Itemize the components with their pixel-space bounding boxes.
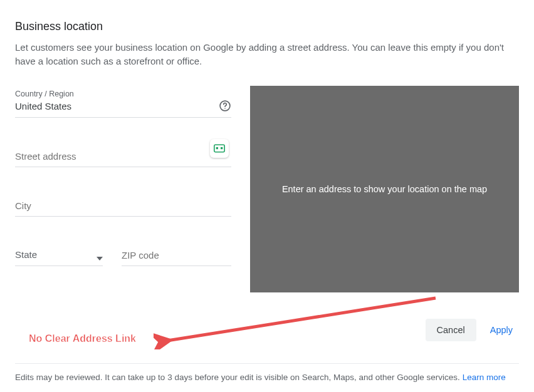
country-label: Country / Region [15,90,214,98]
footer-text: Edits may be reviewed. It can take up to… [15,373,463,382]
dialog-description: Let customers see your business location… [15,41,516,68]
city-field[interactable] [15,200,231,217]
svg-rect-2 [214,145,224,152]
state-zip-row: State [15,249,231,266]
svg-point-1 [224,108,226,109]
form-column: Country / Region United States [15,86,231,266]
apply-button[interactable]: Apply [488,319,515,341]
country-field[interactable]: Country / Region United States [15,90,231,118]
country-value: United States [15,101,214,113]
map-placeholder-text: Enter an address to show your location o… [282,184,487,194]
help-icon[interactable] [219,100,231,112]
password-manager-icon[interactable] [210,139,229,158]
zip-input[interactable] [122,249,231,262]
street-field[interactable] [15,150,231,167]
zip-field[interactable] [122,249,231,266]
footer-note: Edits may be reviewed. It can take up to… [15,363,519,382]
svg-rect-4 [221,147,223,148]
content-row: Country / Region United States [15,86,519,292]
learn-more-link[interactable]: Learn more [463,373,506,382]
street-input[interactable] [15,150,231,163]
map-placeholder: Enter an address to show your location o… [250,86,519,292]
state-field[interactable]: State [15,249,103,266]
cancel-button[interactable]: Cancel [426,319,476,341]
city-input[interactable] [15,200,231,212]
state-placeholder: State [15,249,93,262]
dialog-title: Business location [15,20,519,33]
chevron-down-icon [97,252,103,258]
svg-rect-3 [216,147,218,148]
annotation-text: No Clear Address Link [29,333,136,344]
